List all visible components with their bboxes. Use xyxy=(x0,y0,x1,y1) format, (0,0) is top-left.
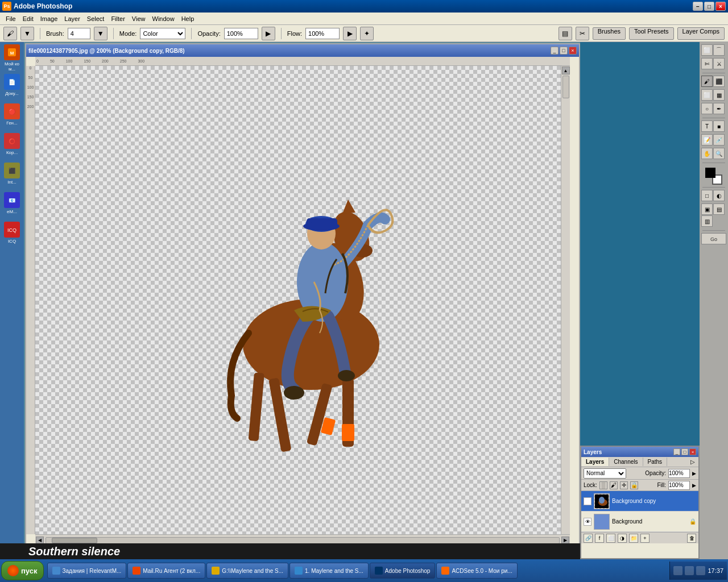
slice-tool[interactable]: ⚔ xyxy=(713,58,725,69)
menu-view[interactable]: View xyxy=(129,14,149,23)
full-screen-nogui-btn[interactable]: ▥ xyxy=(701,215,713,227)
opacity-input[interactable] xyxy=(224,28,258,39)
layer-row-background[interactable]: 👁 Background 🔒 xyxy=(581,512,698,532)
layers-panel-maximize[interactable]: □ xyxy=(681,448,688,455)
lock-paint-btn[interactable]: 🖌 xyxy=(610,481,618,489)
palette-icon[interactable]: ▤ xyxy=(559,27,572,40)
fill-value-input[interactable] xyxy=(668,481,690,490)
foreground-color-swatch[interactable] xyxy=(705,168,715,178)
layer-link-btn[interactable]: 🔗 xyxy=(584,534,593,543)
brush-options-arrow[interactable]: ▼ xyxy=(20,27,34,40)
taskbar-item-4[interactable]: Adobe Photoshop xyxy=(370,563,436,579)
close-button[interactable]: × xyxy=(715,2,726,11)
menu-select[interactable]: Select xyxy=(84,14,108,23)
notes-tool[interactable]: 📝 xyxy=(701,134,713,146)
tab-paths[interactable]: Paths xyxy=(643,458,668,466)
lock-all-btn[interactable]: 🔒 xyxy=(630,481,638,489)
tool-presets-panel-btn[interactable]: Tool Presets xyxy=(629,27,674,40)
brush-tool[interactable]: 🖌 xyxy=(701,76,713,87)
hand-tool[interactable]: ✋ xyxy=(701,148,713,159)
zoom-tool[interactable]: 🔍 xyxy=(713,148,725,159)
lock-move-btn[interactable]: ✛ xyxy=(620,481,628,489)
menu-filter[interactable]: Filter xyxy=(107,14,128,23)
layer-row-background-copy[interactable]: 👁 Background copy xyxy=(581,491,698,512)
doc-maximize-button[interactable]: □ xyxy=(560,47,568,55)
fill-arrow[interactable]: ▶ xyxy=(692,483,696,488)
tab-channels[interactable]: Channels xyxy=(609,458,643,466)
quick-mask-btn[interactable]: ◐ xyxy=(713,190,725,201)
desktop-icon-6[interactable]: 📧 eM... xyxy=(2,192,22,221)
layer-mask-btn[interactable]: ⬜ xyxy=(606,534,615,543)
taskbar-tray-icon-2[interactable] xyxy=(685,566,694,575)
airbrush-toggle[interactable]: ✦ xyxy=(360,27,374,40)
canvas-area[interactable]: ▲ ▼ xyxy=(35,66,570,546)
desktop-icon-2[interactable]: 📄 Доку... xyxy=(2,74,22,102)
layers-panel-menu[interactable]: ▷ xyxy=(687,458,698,466)
mode-select[interactable]: Color xyxy=(140,28,185,39)
scroll-up-arrow[interactable]: ▲ xyxy=(562,66,570,74)
stamp-tool[interactable]: ⬛ xyxy=(713,76,725,87)
layers-panel-close[interactable]: × xyxy=(689,448,696,455)
vertical-scrollbar[interactable]: ▲ ▼ xyxy=(561,66,570,546)
taskbar-tray-icon-3[interactable] xyxy=(696,566,705,575)
opacity-arrow[interactable]: ▶ xyxy=(692,471,696,476)
taskbar-item-5[interactable]: ACDSee 5.0 - Мои ри... xyxy=(436,563,517,579)
full-screen-btn[interactable]: ▤ xyxy=(713,203,725,215)
eyedropper-tool[interactable]: 💉 xyxy=(713,134,725,146)
taskbar-item-2[interactable]: G:\\Maylene and the S... xyxy=(206,563,288,579)
brush-size-input[interactable] xyxy=(68,28,90,39)
layer-delete-btn[interactable]: 🗑 xyxy=(687,534,696,543)
gradient-tool[interactable]: ▦ xyxy=(713,89,725,101)
flow-arrow[interactable]: ▶ xyxy=(343,27,357,40)
taskbar-tray-icon-1[interactable] xyxy=(673,566,682,575)
brushes-panel-btn[interactable]: Brushes xyxy=(593,27,626,40)
menu-help[interactable]: Help xyxy=(178,14,198,23)
layer-visibility-bg[interactable]: 👁 xyxy=(584,518,592,526)
crop-tool[interactable]: ✄ xyxy=(701,58,713,69)
dodge-tool[interactable]: ○ xyxy=(701,103,713,114)
shape-tool[interactable]: ■ xyxy=(713,120,725,132)
brush-tool-icon[interactable]: 🖌 xyxy=(3,27,17,40)
menu-window[interactable]: Window xyxy=(149,14,178,23)
blend-mode-select[interactable]: Normal xyxy=(584,468,626,479)
desktop-icon-7[interactable]: ICQ ICQ xyxy=(2,222,22,250)
marquee-tool[interactable]: ⬜ xyxy=(701,44,713,56)
minimize-button[interactable]: − xyxy=(693,2,703,11)
menu-edit[interactable]: Edit xyxy=(19,14,37,23)
layer-comps-panel-btn[interactable]: Layer Comps xyxy=(677,27,725,40)
crop-icon[interactable]: ✂ xyxy=(576,27,589,40)
maximize-button[interactable]: □ xyxy=(704,2,714,11)
doc-restore-button[interactable]: _ xyxy=(551,47,559,55)
scroll-bar-thumb-h[interactable] xyxy=(52,538,97,543)
doc-close-button[interactable]: × xyxy=(569,47,577,55)
desktop-icon-5[interactable]: ⬛ Int... xyxy=(2,163,22,191)
layer-new-btn[interactable]: + xyxy=(640,534,650,543)
menu-layer[interactable]: Layer xyxy=(61,14,84,23)
lasso-tool[interactable]: ⌒ xyxy=(713,44,725,56)
scroll-thumb[interactable] xyxy=(562,76,569,98)
opacity-value-input[interactable] xyxy=(668,469,690,478)
standard-mode-btn[interactable]: □ xyxy=(701,190,713,201)
desktop-icon-3[interactable]: 🔴 Ген... xyxy=(2,103,22,132)
start-button[interactable]: пуск xyxy=(1,561,44,580)
eraser-tool[interactable]: ⬜ xyxy=(701,89,713,101)
screen-mode-btn[interactable]: ▣ xyxy=(701,203,713,215)
desktop-icon-4[interactable]: ⭕ Кор... xyxy=(2,133,22,161)
layer-effects-btn[interactable]: f xyxy=(595,534,604,543)
menu-image[interactable]: Image xyxy=(37,14,61,23)
layers-panel-minimize[interactable]: _ xyxy=(673,448,680,455)
scroll-bar-track[interactable] xyxy=(46,537,560,544)
taskbar-item-1[interactable]: Mail.Ru Агент (2 вкл... xyxy=(127,563,205,579)
layer-new-adj-btn[interactable]: ◑ xyxy=(618,534,627,543)
menu-file[interactable]: File xyxy=(2,14,19,23)
tab-layers[interactable]: Layers xyxy=(581,458,609,466)
jump-to-cs-btn[interactable]: Go xyxy=(701,233,726,244)
opacity-arrow[interactable]: ▶ xyxy=(262,27,275,40)
taskbar-item-0[interactable]: Задания | RelevantM... xyxy=(47,563,127,579)
flow-input[interactable] xyxy=(305,28,340,39)
type-tool[interactable]: T xyxy=(701,120,713,132)
layer-group-btn[interactable]: 📁 xyxy=(629,534,638,543)
lock-transparent-btn[interactable]: ░ xyxy=(599,481,607,489)
desktop-icon-1[interactable]: М Мой ком... xyxy=(2,44,22,73)
layer-visibility-bg-copy[interactable]: 👁 xyxy=(584,497,592,505)
